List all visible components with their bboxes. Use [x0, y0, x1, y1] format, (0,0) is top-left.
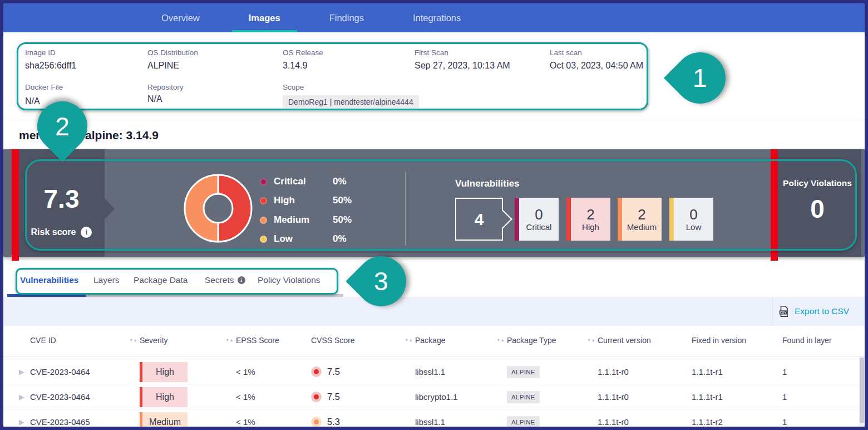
severity-label: Low [686, 222, 702, 232]
cell-cve-id: CVE-2023-0465 [30, 409, 90, 430]
tab-layers[interactable]: Layers [93, 275, 120, 285]
table-row[interactable]: ▶ CVE-2023-0464 High < 1% 7.5 libcrypto1… [3, 384, 865, 409]
table-row[interactable]: ▶ CVE-2023-0464 High < 1% 7.5 libssl1.1 … [3, 359, 865, 384]
tab-label: Vulnerabilities [20, 275, 78, 285]
field-label-os-distribution: OS Distribution [147, 48, 198, 57]
csv-file-icon: CSV [778, 305, 790, 317]
cvss-severity-dot-icon [311, 367, 322, 377]
table-row[interactable]: ▶ CVE-2023-0465 Medium < 1% 5.3 libssl1.… [3, 409, 865, 430]
severity-count: 0 [689, 207, 697, 223]
top-navbar: Overview Images Findings Integrations [3, 3, 865, 32]
legend-label: High [274, 195, 295, 206]
nav-tab-label: Integrations [413, 13, 461, 23]
right-red-stripe [771, 149, 778, 261]
export-to-csv-button[interactable]: CSV Export to CSV [778, 305, 849, 317]
nav-tab-overview[interactable]: Overview [145, 3, 216, 32]
nav-tab-findings[interactable]: Findings [313, 3, 381, 32]
info-icon[interactable]: i [81, 227, 92, 238]
scrollbar-thumb[interactable] [860, 358, 864, 423]
field-label-repository: Repository [147, 83, 184, 91]
annotation-number: 2 [55, 111, 70, 141]
vertical-scrollbar[interactable] [859, 356, 865, 427]
cell-found-in-layer: 1 [782, 359, 787, 384]
package-type-chip: ALPINE [507, 391, 540, 403]
risk-summary-banner [3, 149, 865, 257]
field-value-repository: N/A [147, 94, 162, 104]
policy-violations-value: 0 [778, 194, 857, 224]
vulnerabilities-title: Vulnerabilities [455, 178, 520, 189]
cell-epss-score: < 1% [236, 359, 255, 384]
nav-tab-images[interactable]: Images [232, 3, 297, 32]
field-value-os-release: 3.14.9 [283, 61, 307, 71]
app-window: Overview Images Findings Integrations Im… [0, 0, 868, 430]
row-expander-icon[interactable]: ▶ [19, 409, 24, 430]
field-label-last-scan: Last scan [550, 48, 582, 57]
package-type-chip: ALPINE [507, 416, 540, 428]
field-value-last-scan: Oct 03, 2023, 04:50 AM [550, 61, 643, 71]
severity-card-high: 2 High [566, 198, 610, 241]
nav-tab-label: Findings [329, 13, 364, 23]
legend-row-medium: Medium [260, 214, 309, 226]
annotation-callout-1: 1 [664, 42, 736, 114]
field-value-first-scan: Sep 27, 2023, 10:13 AM [415, 61, 510, 71]
cell-found-in-layer: 1 [782, 384, 787, 409]
severity-count: 2 [586, 207, 594, 223]
column-header-package-type[interactable]: ▼▲Package Type [507, 336, 556, 345]
column-header-package[interactable]: ▼▲Package [415, 336, 445, 345]
svg-text:CSV: CSV [780, 311, 786, 314]
sort-icon[interactable]: ▼▲ [587, 338, 595, 343]
risk-score-label: Risk score [31, 227, 76, 237]
nav-tab-integrations[interactable]: Integrations [396, 3, 477, 32]
tab-package-data[interactable]: Package Data [134, 275, 188, 285]
sort-icon[interactable]: ▼▲ [405, 338, 413, 343]
column-label: EPSS Score [236, 336, 279, 345]
donut-slice-medium [185, 175, 218, 242]
tab-strip-baseline [86, 294, 343, 297]
legend-value-critical: 0% [333, 176, 347, 187]
column-header-current-version[interactable]: ▼▲Current version [598, 336, 651, 345]
legend-value-low: 0% [333, 233, 347, 245]
column-label: CVSS Score [311, 336, 355, 345]
legend-label: Critical [274, 176, 306, 187]
column-header-found-in-layer: Found in layer [782, 336, 832, 345]
table-toolbar [3, 297, 865, 326]
column-header-epss-score[interactable]: ▼▲EPSS Score [236, 336, 279, 345]
column-label: Severity [140, 336, 168, 345]
cvss-severity-dot-icon [311, 392, 322, 402]
cvss-value: 7.5 [327, 392, 340, 402]
column-label: Package Type [507, 336, 556, 345]
severity-badge: High [140, 362, 188, 382]
cvss-value: 5.3 [327, 417, 340, 427]
tab-policy-violations[interactable]: Policy Violations [258, 275, 320, 285]
sort-icon[interactable]: ▼▲ [129, 338, 137, 343]
row-expander-icon[interactable]: ▶ [19, 359, 24, 384]
cell-epss-score: < 1% [236, 384, 255, 409]
field-label-first-scan: First Scan [415, 48, 448, 57]
cell-fixed-in-version: 1.1.1t-r1 [692, 359, 723, 384]
sort-icon[interactable]: ▼▲ [225, 338, 234, 343]
legend-dot-medium [260, 217, 267, 224]
legend-label: Low [274, 233, 293, 245]
info-icon[interactable]: i [238, 276, 245, 284]
cell-package: libssl1.1 [415, 359, 445, 384]
tab-label: Package Data [134, 275, 188, 285]
tab-secrets[interactable]: Secretsi [205, 275, 245, 285]
severity-label: Medium [627, 222, 657, 232]
severity-donut-chart [179, 169, 257, 247]
banner-vertical-divider [405, 172, 406, 246]
field-value-os-distribution: ALPINE [147, 61, 179, 71]
legend-dot-high [260, 197, 267, 204]
column-header-severity[interactable]: ▼▲Severity [140, 336, 168, 345]
row-expander-icon[interactable]: ▶ [19, 384, 24, 409]
annotation-number: 1 [693, 63, 707, 93]
tab-vulnerabilities[interactable]: Vulnerabilities [20, 275, 78, 285]
sort-icon[interactable]: ▼▲ [496, 338, 505, 343]
severity-label: High [582, 222, 599, 232]
toolbar-divider [772, 297, 773, 326]
cell-cve-id: CVE-2023-0464 [30, 384, 90, 409]
cell-fixed-in-version: 1.1.1t-r2 [692, 409, 723, 430]
legend-dot-low [260, 236, 267, 243]
column-label: Package [415, 336, 445, 345]
nav-tab-label: Images [249, 13, 280, 23]
legend-row-high: High [260, 195, 295, 206]
